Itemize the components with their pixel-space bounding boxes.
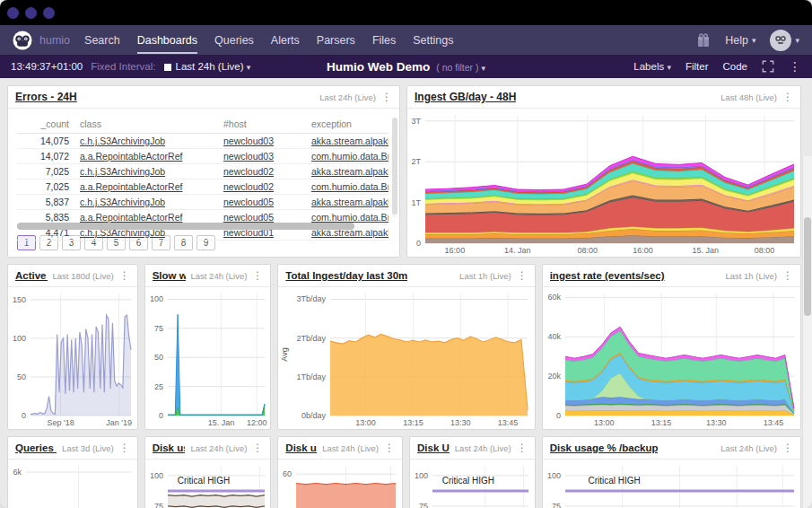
kebab-menu-icon[interactable]: ⋮	[252, 442, 263, 454]
humio-logo-icon[interactable]	[13, 31, 32, 50]
widget-title-link[interactable]: Errors - 24H	[15, 91, 77, 103]
window-minimize-button[interactable]	[25, 7, 37, 19]
nav-item-search[interactable]: Search	[84, 27, 120, 54]
svg-text:Critical HIGH: Critical HIGH	[177, 476, 229, 486]
table-vertical-scrollbar[interactable]	[392, 118, 397, 218]
svg-text:Sep '18: Sep '18	[47, 418, 74, 427]
svg-text:2Tb/day: 2Tb/day	[297, 334, 327, 343]
time-range-selector[interactable]: Last 24h (Live) ▾	[164, 61, 251, 72]
widget-title-link[interactable]: Disk usag...	[153, 442, 186, 453]
widget-title-link[interactable]: Queries pe...	[15, 442, 57, 453]
widget-title-link[interactable]: ingest rate (events/sec)	[550, 270, 665, 281]
table-horizontal-scrollbar[interactable]	[17, 223, 380, 230]
svg-text:75: 75	[154, 502, 163, 508]
widget-title-link[interactable]: Disk usage % /backup	[550, 442, 659, 453]
cell-link[interactable]: newcloud02	[223, 166, 274, 177]
filter-button[interactable]: Filter	[685, 61, 709, 72]
cell-link[interactable]: akka.stream.alpakka.s3.S3Exception	[311, 136, 389, 146]
cell-link[interactable]: a.a.RepointableActorRef	[80, 151, 182, 162]
cell-link[interactable]: newcloud05	[223, 197, 274, 207]
user-menu[interactable]: ▾	[770, 30, 799, 51]
nav-item-files[interactable]: Files	[372, 27, 396, 54]
chevron-down-icon: ▾	[752, 36, 756, 45]
kebab-menu-icon[interactable]: ⋮	[789, 59, 801, 74]
cell-link[interactable]: newcloud03	[223, 151, 274, 162]
gift-icon[interactable]	[696, 33, 711, 48]
cell-link[interactable]: a.a.RepointableActorRef	[80, 181, 182, 192]
nav-item-alerts[interactable]: Alerts	[271, 27, 300, 54]
widget-active-users: Active us... Last 180d (Live) ⋮ 05010015…	[7, 264, 138, 430]
cell-link[interactable]: newcloud05	[223, 212, 274, 223]
kebab-menu-icon[interactable]: ⋮	[119, 442, 130, 454]
widget-title-link[interactable]: Disk Usag...	[417, 442, 450, 453]
cell-link[interactable]: c.h.j.S3ArchivingJob	[80, 197, 165, 207]
window-close-button[interactable]	[7, 7, 19, 19]
column-header-exception[interactable]: exception	[306, 116, 389, 134]
widget-title-link[interactable]: Slow warn...	[153, 270, 186, 281]
table-cell: 7,025	[17, 164, 74, 180]
svg-text:0: 0	[22, 411, 26, 420]
nav-item-dashboards[interactable]: Dashboards	[137, 27, 197, 54]
widget-title-link[interactable]: Total Ingest/day last 30m	[285, 270, 407, 281]
cell-link[interactable]: akka.stream.alpakka.s3.S3Exception	[311, 166, 389, 177]
widget-time-range: Last 1h (Live)	[459, 271, 511, 281]
stop-icon[interactable]	[164, 64, 171, 71]
chart-slow-warn: 025507510015. Jan12:00	[145, 287, 271, 429]
cell-link[interactable]: com.humio.data.BrokenSegmentException	[311, 181, 389, 192]
cell-link[interactable]: newcloud02	[223, 181, 274, 192]
widget-title-link[interactable]: Ingest GB/day - 48H	[415, 91, 516, 103]
kebab-menu-icon[interactable]: ⋮	[119, 269, 130, 282]
table-row: 14,075c.h.j.S3ArchivingJobnewcloud03akka…	[17, 134, 389, 149]
nav-item-settings[interactable]: Settings	[413, 27, 453, 54]
svg-text:13:00: 13:00	[594, 418, 615, 427]
chart-total-ingest: 0b/day1Tb/day2Tb/day3Tb/day13:0013:1513:…	[278, 287, 534, 429]
svg-text:1Tb/day: 1Tb/day	[297, 372, 327, 381]
kebab-menu-icon[interactable]: ⋮	[782, 91, 793, 103]
kebab-menu-icon[interactable]: ⋮	[252, 269, 263, 282]
kebab-menu-icon[interactable]: ⋮	[782, 269, 793, 282]
kebab-menu-icon[interactable]: ⋮	[517, 269, 528, 282]
fullscreen-icon[interactable]	[762, 60, 774, 73]
chevron-down-icon: ▾	[247, 63, 251, 72]
code-button[interactable]: Code	[723, 61, 748, 72]
chevron-down-icon: ▾	[481, 64, 485, 73]
kebab-menu-icon[interactable]: ⋮	[381, 91, 392, 103]
help-menu[interactable]: Help ▾	[725, 34, 755, 47]
cell-link[interactable]: a.a.RepointableActorRef	[80, 212, 182, 223]
cell-link[interactable]: newcloud03	[223, 136, 274, 146]
window-maximize-button[interactable]	[43, 7, 55, 19]
nav-item-parsers[interactable]: Parsers	[317, 27, 355, 54]
help-label: Help	[725, 34, 748, 47]
filter-hint-label: ( no filter )	[436, 62, 478, 73]
table-cell: akka.stream.alpakka.s3.S3Exception	[306, 134, 389, 149]
cell-link[interactable]: c.h.j.S3ArchivingJob	[80, 136, 165, 146]
widget-disk-usage-2: Disk usag... Last 24h (Live) ⋮ 6040200	[277, 436, 403, 508]
cell-link[interactable]: com.humio.data.BrokenSegmentException	[311, 151, 389, 162]
cell-link[interactable]: com.humio.data.BrokenSegmentException	[311, 212, 389, 223]
column-header-count[interactable]: _count	[17, 116, 74, 134]
page-vertical-scrollbar[interactable]	[802, 156, 812, 508]
widget-title-link[interactable]: Active us...	[15, 270, 48, 281]
svg-text:2T: 2T	[411, 157, 421, 166]
kebab-menu-icon[interactable]: ⋮	[384, 442, 395, 454]
scrollbar-thumb[interactable]	[804, 217, 811, 316]
filter-selector[interactable]: ( no filter ) ▾	[436, 62, 485, 73]
widget-ingest-gb: Ingest GB/day - 48H Last 48h (Live) ⋮ 01…	[406, 85, 801, 258]
svg-text:75: 75	[419, 502, 428, 508]
chevron-down-icon: ▾	[795, 36, 799, 45]
cell-link[interactable]: c.h.j.S3ArchivingJob	[80, 166, 165, 177]
nav-item-queries[interactable]: Queries	[214, 27, 254, 54]
table-row: 7,025a.a.RepointableActorRefnewcloud02co…	[17, 180, 389, 195]
kebab-menu-icon[interactable]: ⋮	[782, 442, 793, 454]
kebab-menu-icon[interactable]: ⋮	[517, 442, 528, 454]
table-cell: a.a.RepointableActorRef	[74, 180, 218, 195]
cell-link[interactable]: akka.stream.alpakka.s3.S3Exception	[311, 197, 389, 207]
dashboard-content: Errors - 24H Last 24h (Live) ⋮ _countcla…	[0, 78, 812, 508]
widget-title-link[interactable]: Disk usag...	[285, 442, 317, 453]
column-header-host[interactable]: #host	[218, 116, 306, 134]
column-header-class[interactable]: class	[74, 116, 218, 134]
nav-items: SearchDashboardsQueriesAlertsParsersFile…	[84, 25, 453, 55]
svg-text:13:45: 13:45	[763, 418, 783, 427]
widget-slow-warn: Slow warn... Last 24h (Live) ⋮ 025507510…	[144, 264, 272, 430]
labels-button[interactable]: Labels ▾	[633, 61, 671, 72]
